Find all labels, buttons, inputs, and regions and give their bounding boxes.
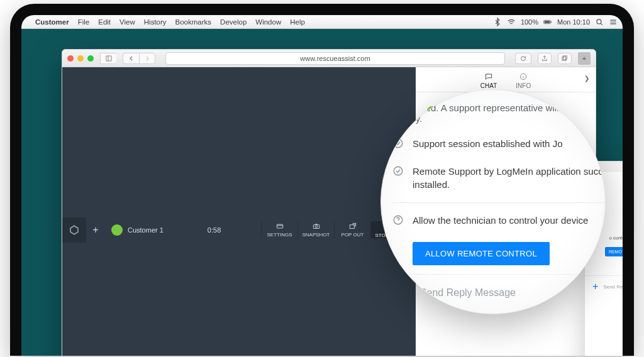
settings-button[interactable]: SETTINGS <box>261 221 297 238</box>
session-timer: 0:58 <box>208 226 221 234</box>
session-avatar <box>111 224 123 236</box>
info-icon <box>518 72 528 81</box>
address-bar[interactable]: www.rescueassist.com <box>165 52 505 65</box>
snapshot-label: SNAPSHOT <box>302 232 330 238</box>
wifi-icon[interactable] <box>507 18 516 26</box>
spotlight-icon[interactable] <box>595 18 604 26</box>
chat-icon <box>484 72 494 81</box>
check-icon <box>392 165 404 191</box>
popout-button[interactable]: POP OUT <box>334 221 370 238</box>
battery-icon[interactable] <box>543 18 552 26</box>
control-center-icon[interactable] <box>609 18 618 26</box>
remote-viewer-pane: + Customer 1 0:58 SETTINGS <box>62 67 416 356</box>
svg-rect-7 <box>564 55 567 59</box>
svg-rect-2 <box>551 21 552 22</box>
minimize-window-button[interactable] <box>77 55 84 62</box>
menu-help[interactable]: Help <box>290 18 305 26</box>
svg-rect-8 <box>277 224 282 228</box>
svg-rect-1 <box>545 21 550 23</box>
bluetooth-icon[interactable] <box>493 18 502 26</box>
collapse-chat-button[interactable]: ❯ <box>584 75 589 82</box>
magnifier-overlay: connected. A support representative will… <box>380 89 606 314</box>
close-window-button[interactable] <box>67 55 74 62</box>
forward-button[interactable] <box>139 53 155 64</box>
chat-tabs: CHAT INFO ❯ <box>416 67 596 92</box>
battery-percent: 100% <box>521 18 538 26</box>
app-logo[interactable] <box>62 217 86 243</box>
allow-remote-control-button[interactable]: REMOTE CONTROL <box>605 247 634 256</box>
tab-chat-label: CHAT <box>480 82 497 89</box>
url-text: www.rescueassist.com <box>300 55 370 62</box>
back-button[interactable] <box>123 53 139 64</box>
menu-develop[interactable]: Develop <box>220 18 247 26</box>
zoom-window-button[interactable] <box>87 55 94 62</box>
svg-rect-6 <box>562 57 566 60</box>
svg-point-10 <box>315 226 318 228</box>
menu-bookmarks[interactable]: Bookmarks <box>175 18 212 26</box>
session-name[interactable]: Customer 1 <box>128 226 164 234</box>
reply-input[interactable]: Send Reply Message <box>603 284 634 290</box>
share-button[interactable] <box>538 53 552 64</box>
new-tab-button[interactable]: + <box>578 52 591 65</box>
allow-remote-control-button[interactable]: ALLOW REMOTE CONTROL <box>413 242 550 265</box>
tabs-button[interactable] <box>558 53 572 64</box>
macos-menubar: Customer File Edit View History Bookmark… <box>21 15 623 29</box>
chat-message: Allow the technician to control your dev… <box>413 214 588 227</box>
attach-button[interactable]: + <box>592 281 598 292</box>
menu-file[interactable]: File <box>78 18 90 26</box>
svg-point-14 <box>394 167 402 176</box>
svg-point-3 <box>597 19 601 23</box>
app-toolbar: + Customer 1 0:58 SETTINGS <box>62 67 416 356</box>
svg-rect-4 <box>106 56 111 61</box>
tab-info-label: INFO <box>516 82 531 89</box>
menu-edit[interactable]: Edit <box>98 18 111 26</box>
clock[interactable]: Mon 10:10 <box>557 18 590 26</box>
menu-window[interactable]: Window <box>255 18 281 26</box>
reload-button[interactable] <box>515 53 531 64</box>
snapshot-button[interactable]: SNAPSHOT <box>297 221 334 238</box>
popout-label: POP OUT <box>341 232 364 238</box>
question-icon <box>392 214 404 227</box>
menu-history[interactable]: History <box>144 18 167 26</box>
browser-titlebar[interactable]: www.rescueassist.com + <box>62 50 596 67</box>
tab-info[interactable]: INFO <box>516 72 531 92</box>
app-name[interactable]: Customer <box>35 18 69 26</box>
settings-label: SETTINGS <box>267 232 292 238</box>
chat-message: Support session established with Jo <box>413 138 562 150</box>
sidebar-toggle-button[interactable] <box>100 53 116 64</box>
add-session-button[interactable]: + <box>86 224 105 236</box>
chat-message: Remote Support by LogMeIn application su… <box>413 165 606 191</box>
window-controls <box>67 55 94 62</box>
menu-view[interactable]: View <box>119 18 135 26</box>
